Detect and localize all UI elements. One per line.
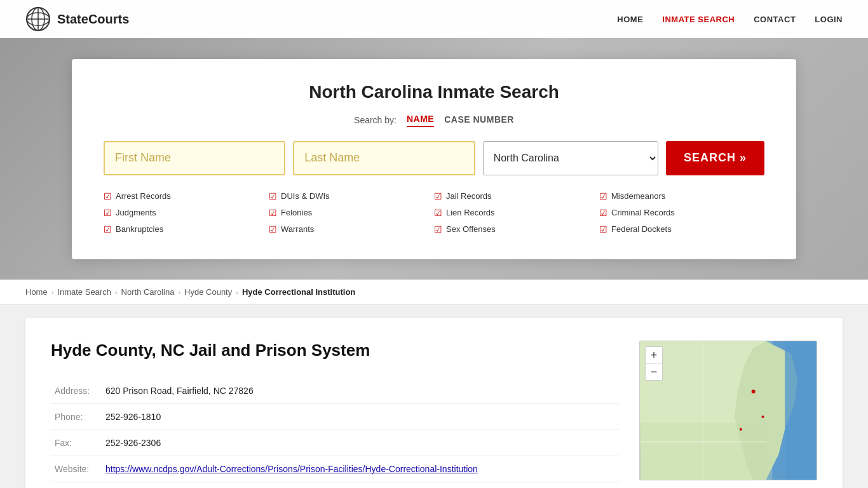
info-row-phone: Phone: 252-926-1810 <box>51 404 620 430</box>
check-icon: ☑ <box>269 191 277 201</box>
first-name-input[interactable] <box>104 141 285 175</box>
value-address: 620 Prison Road, Fairfield, NC 27826 <box>102 378 620 404</box>
nav-links: HOME INMATE SEARCH CONTACT LOGIN <box>617 13 843 25</box>
map-svg <box>640 341 817 480</box>
breadcrumb-inmate-search[interactable]: Inmate Search <box>57 287 111 297</box>
search-by-row: Search by: NAME CASE NUMBER <box>104 114 764 127</box>
last-name-input[interactable] <box>293 141 475 175</box>
breadcrumb-state[interactable]: North Carolina <box>121 287 175 297</box>
info-row-website: Website: https://www.ncdps.gov/Adult-Cor… <box>51 456 620 482</box>
feature-label: Judgments <box>116 208 156 217</box>
feature-item: ☑Warrants <box>269 222 434 236</box>
label-fax: Fax: <box>51 430 102 456</box>
breadcrumb-sep-2: › <box>115 288 118 296</box>
label-address: Address: <box>51 378 102 404</box>
check-icon: ☑ <box>269 208 277 218</box>
value-phone: 252-926-1810 <box>102 404 620 430</box>
breadcrumb-sep-4: › <box>236 288 238 296</box>
check-icon: ☑ <box>269 224 277 234</box>
hero-section: COURTHOUSE North Carolina Inmate Search … <box>0 38 868 280</box>
breadcrumb-sep-1: › <box>51 288 54 296</box>
svg-point-13 <box>752 390 756 393</box>
check-icon: ☑ <box>599 224 607 234</box>
logo-area: StateCourts <box>25 6 129 32</box>
svg-point-15 <box>762 416 764 418</box>
label-website: Website: <box>51 456 102 482</box>
svg-rect-12 <box>785 341 817 480</box>
map-controls: + − <box>645 346 663 381</box>
map-area: + − <box>639 341 817 480</box>
breadcrumb-institution: Hyde Correctional Institution <box>242 287 355 297</box>
nav-item-contact[interactable]: CONTACT <box>754 13 796 25</box>
search-card: North Carolina Inmate Search Search by: … <box>72 59 796 259</box>
feature-label: Jail Records <box>446 191 492 201</box>
search-inputs-row: North Carolina Alabama Alaska Arizona Ar… <box>104 141 764 175</box>
tab-case-number[interactable]: CASE NUMBER <box>444 114 514 126</box>
tab-name[interactable]: NAME <box>407 114 434 127</box>
search-card-title: North Carolina Inmate Search <box>104 82 764 102</box>
feature-label: Sex Offenses <box>446 224 496 234</box>
feature-item: ☑Misdemeanors <box>599 189 764 203</box>
state-select[interactable]: North Carolina Alabama Alaska Arizona Ar… <box>483 141 658 175</box>
feature-label: Misdemeanors <box>611 191 665 201</box>
breadcrumb-home[interactable]: Home <box>25 287 48 297</box>
search-button[interactable]: SEARCH » <box>666 141 764 175</box>
content-left: Hyde County, NC Jail and Prison System A… <box>51 341 620 482</box>
svg-point-14 <box>740 428 742 431</box>
info-row-fax: Fax: 252-926-2306 <box>51 430 620 456</box>
value-fax: 252-926-2306 <box>102 430 620 456</box>
feature-label: Lien Records <box>446 208 495 217</box>
feature-item: ☑Sex Offenses <box>434 222 599 236</box>
check-icon: ☑ <box>104 224 112 234</box>
feature-item: ☑Bankruptcies <box>104 222 269 236</box>
feature-item: ☑Lien Records <box>434 206 599 220</box>
feature-item: ☑Jail Records <box>434 189 599 203</box>
main-nav: HOME INMATE SEARCH CONTACT LOGIN <box>617 13 843 25</box>
map-zoom-in[interactable]: + <box>646 347 662 363</box>
check-icon: ☑ <box>104 191 112 201</box>
breadcrumb-county[interactable]: Hyde County <box>184 287 232 297</box>
nav-item-login[interactable]: LOGIN <box>815 13 843 25</box>
feature-item: ☑Criminal Records <box>599 206 764 220</box>
nav-item-inmate-search[interactable]: INMATE SEARCH <box>662 13 735 25</box>
feature-label: Felonies <box>281 208 312 217</box>
content-title: Hyde County, NC Jail and Prison System <box>51 341 620 360</box>
website-link[interactable]: https://www.ncdps.gov/Adult-Corrections/… <box>105 464 478 474</box>
logo-text: StateCourts <box>57 12 129 27</box>
value-website[interactable]: https://www.ncdps.gov/Adult-Corrections/… <box>102 456 620 482</box>
info-table: Address: 620 Prison Road, Fairfield, NC … <box>51 378 620 482</box>
breadcrumb: Home › Inmate Search › North Carolina › … <box>0 280 868 305</box>
feature-label: DUIs & DWIs <box>281 191 330 201</box>
breadcrumb-sep-3: › <box>178 288 180 296</box>
feature-item: ☑Felonies <box>269 206 434 220</box>
features-grid: ☑Arrest Records☑DUIs & DWIs☑Jail Records… <box>104 189 764 236</box>
label-phone: Phone: <box>51 404 102 430</box>
info-row-address: Address: 620 Prison Road, Fairfield, NC … <box>51 378 620 404</box>
nav-item-home[interactable]: HOME <box>617 13 643 25</box>
check-icon: ☑ <box>599 191 607 201</box>
content-card: Hyde County, NC Jail and Prison System A… <box>25 318 843 488</box>
check-icon: ☑ <box>434 208 442 218</box>
check-icon: ☑ <box>599 208 607 218</box>
feature-item: ☑Judgments <box>104 206 269 220</box>
feature-label: Criminal Records <box>611 208 675 217</box>
feature-label: Warrants <box>281 224 314 234</box>
feature-item: ☑DUIs & DWIs <box>269 189 434 203</box>
logo-icon <box>25 6 51 32</box>
feature-label: Bankruptcies <box>116 224 163 234</box>
header: StateCourts HOME INMATE SEARCH CONTACT L… <box>0 0 868 38</box>
check-icon: ☑ <box>104 208 112 218</box>
map-background <box>640 341 817 480</box>
check-icon: ☑ <box>434 224 442 234</box>
map-zoom-out[interactable]: − <box>646 363 662 380</box>
feature-item: ☑Arrest Records <box>104 189 269 203</box>
check-icon: ☑ <box>434 191 442 201</box>
search-by-label: Search by: <box>354 115 397 125</box>
feature-item: ☑Federal Dockets <box>599 222 764 236</box>
feature-label: Arrest Records <box>116 191 171 201</box>
feature-label: Federal Dockets <box>611 224 672 234</box>
